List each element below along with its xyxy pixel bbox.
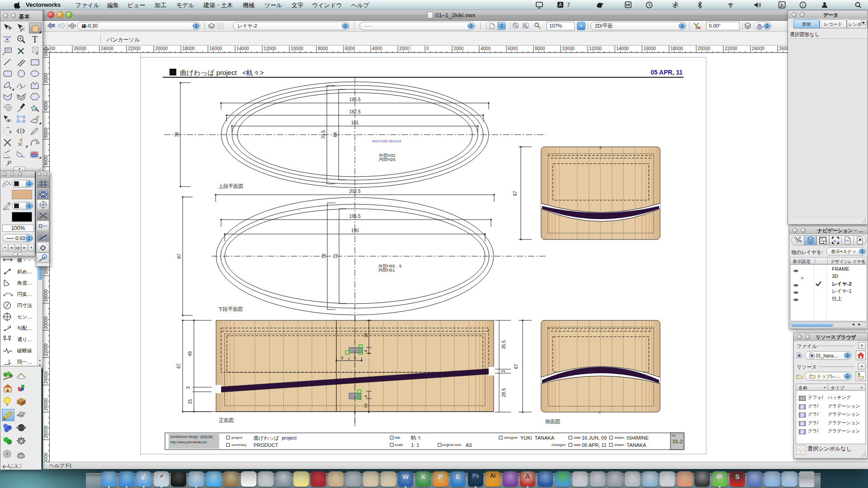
svg-text:35.5: 35.5 [501,340,506,349]
svg-text:T: T [32,34,38,44]
svg-text:49: 49 [188,351,193,357]
svg-text:18000: 18000 [670,46,683,51]
svg-text:designer: designer [504,436,518,440]
svg-text:0: 0 [426,46,429,51]
svg-text:0: 0 [43,53,48,56]
svg-text:78: 78 [321,253,326,259]
svg-text:ISHIMINE: ISHIMINE [627,435,649,441]
svg-text:曲げわっぱ project: 曲げわっぱ project [254,435,297,441]
svg-text:64: 64 [333,132,338,137]
svg-text:×: × [599,145,602,150]
svg-text:26000: 26000 [74,46,86,51]
svg-text:22000: 22000 [128,46,141,51]
svg-text:190: 190 [351,228,359,233]
svg-text:26000: 26000 [43,398,48,411]
svg-text:下段平面図: 下段平面図 [218,306,243,312]
svg-text:date: date [574,443,581,447]
svg-text:10000: 10000 [291,46,303,51]
svg-text:15: 15 [188,399,193,404]
svg-text:scale: scale [395,443,403,447]
svg-text:10: 10 [363,404,368,408]
svg-text:no.: no. [672,434,676,437]
svg-text:軌々: 軌々 [411,435,422,441]
svg-text:20000: 20000 [698,46,710,51]
svg-text:2000: 2000 [43,73,48,83]
svg-text:195.5: 195.5 [349,97,360,102]
svg-text:22000: 22000 [43,343,48,356]
svg-text:8000: 8000 [43,155,48,165]
svg-text:12000: 12000 [589,46,602,51]
svg-text:05 APR, 11: 05 APR, 11 [582,442,607,448]
svg-text:title: title [395,436,401,440]
svg-text:architecture+design: architecture+design [170,435,198,439]
svg-text:YUKI TANAKA: YUKI TANAKA [520,435,555,441]
svg-text:4000: 4000 [481,46,491,51]
svg-text:側面図: 側面図 [545,419,560,424]
svg-text:67: 67 [514,364,519,369]
svg-text:20000: 20000 [43,316,48,329]
svg-text:iSSUN: iSSUN [200,435,212,439]
svg-text:14000: 14000 [236,46,249,51]
svg-text:67: 67 [513,191,518,196]
svg-text:195.5: 195.5 [349,214,360,219]
svg-text:78: 78 [175,132,179,137]
svg-text:×: × [354,410,356,415]
svg-text:71: 71 [333,253,338,259]
svg-text:あ: あ [780,3,784,8]
svg-text:正面図: 正面図 [219,418,234,423]
svg-text:28.5: 28.5 [501,388,506,397]
svg-text:181: 181 [351,120,359,125]
svg-text:30000: 30000 [43,453,48,462]
svg-text:22000: 22000 [725,46,737,51]
svg-text:14000: 14000 [616,46,629,51]
svg-text:20: 20 [363,333,368,338]
svg-text:24000: 24000 [43,371,48,384]
svg-text:上段平面図: 上段平面図 [218,183,243,189]
svg-text:187.5: 187.5 [349,109,360,114]
svg-text:18000: 18000 [43,289,48,302]
svg-text:16000: 16000 [643,46,656,51]
svg-text:6000: 6000 [345,46,355,51]
svg-text:6000: 6000 [43,127,48,138]
svg-text:曲げわっぱ project <軌々>: 曲げわっぱ project <軌々> [180,69,264,76]
svg-text:9: 9 [341,356,343,360]
svg-text:70.5: 70.5 [321,130,326,139]
svg-text:summary: summary [231,443,246,447]
svg-text:2000: 2000 [453,46,464,51]
svg-text:4000: 4000 [372,46,382,51]
svg-text:7: 7 [567,2,570,8]
svg-text:00: 00 [50,46,56,51]
svg-text:^: ^ [599,411,601,416]
svg-text:67: 67 [176,363,181,369]
svg-text:date: date [574,436,581,440]
svg-text:drawn: drawn [614,443,624,447]
svg-text:2000: 2000 [399,46,410,51]
svg-text:18000: 18000 [182,46,195,51]
svg-text:内部H51: 内部H51 [378,267,395,272]
svg-text:8000: 8000 [318,46,328,51]
svg-text:8000: 8000 [535,46,545,51]
svg-text:24000: 24000 [752,46,764,51]
svg-text:202.5: 202.5 [349,189,360,194]
svg-text:16000: 16000 [209,46,222,51]
svg-text:drawn: drawn [614,436,624,440]
svg-text:PRODUCT: PRODUCT [254,442,278,448]
svg-text:3: 3 [501,370,506,373]
svg-text:changed: changed [552,443,566,447]
svg-text:87: 87 [177,253,182,259]
svg-text:original size: original size [442,443,462,447]
svg-text:01-2: 01-2 [673,439,683,444]
svg-text:20000: 20000 [155,46,168,51]
svg-text:4: 4 [363,350,368,352]
svg-text:9911*H26=257cm3: 9911*H26=257cm3 [372,139,401,143]
svg-text:05 APR, 11: 05 APR, 11 [651,69,683,76]
svg-text:10000: 10000 [562,46,575,51]
svg-text:1: 1: 1: 1 [411,442,419,448]
svg-text:6000: 6000 [508,46,518,51]
svg-text:i: i [802,3,804,8]
svg-text:28000: 28000 [43,426,48,438]
svg-text:24000: 24000 [101,46,113,51]
svg-text:TANAKA: TANAKA [627,442,646,448]
svg-text:12000: 12000 [264,46,276,51]
svg-text:project: project [231,436,243,440]
